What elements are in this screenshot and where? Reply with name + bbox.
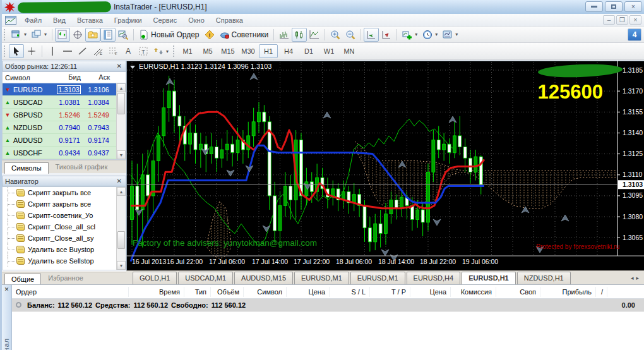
chart-tab-audusd-m15[interactable]: AUDUSD,M15 [234, 272, 293, 284]
arrows-tool-button[interactable]: ▾ [151, 44, 171, 58]
chevron-down-icon[interactable]: ▾ [166, 49, 169, 54]
navigator-script-item[interactable]: Скрипт_Close_all_scl [3, 221, 126, 232]
terminal-column-10[interactable]: Своп [496, 287, 540, 297]
balance-row[interactable]: Баланс: 112 560.12 Средства: 112 560.12 … [12, 299, 644, 311]
text-tool-button[interactable]: A [121, 44, 136, 58]
terminal-column-7[interactable]: T / P [370, 287, 410, 297]
auto-scroll-button[interactable] [364, 28, 379, 42]
new-chart-button[interactable]: ▾ [9, 28, 29, 42]
terminal-column-6[interactable]: S / L [330, 287, 370, 297]
market-watch-tab[interactable]: Тиковый график [49, 161, 115, 173]
navigator-script-item[interactable]: Скрипт закрыть все [3, 198, 126, 210]
close-icon[interactable]: ✕ [116, 178, 123, 184]
navigator-script-item[interactable]: Скрипт_Close_all_sy [3, 232, 126, 244]
trendline-tool-button[interactable] [75, 44, 90, 58]
menu-вид[interactable]: Вид [47, 15, 71, 25]
candle-chart-mode-button[interactable] [292, 28, 307, 42]
terminal-column-5[interactable]: Цена [287, 287, 330, 297]
menu-справка[interactable]: Справка [210, 15, 249, 25]
chart-tab-usdcad-m1[interactable]: USDCAD,M1 [178, 272, 233, 284]
timeframe-h1-button[interactable]: H1 [259, 44, 278, 58]
mdi-close-button[interactable]: × [629, 15, 641, 25]
chart-tab-eurusd-m1[interactable]: EURUSD,M1 [294, 272, 349, 284]
mdi-restore-button[interactable]: ❒ [616, 15, 628, 25]
toolbar-grip[interactable] [4, 29, 7, 40]
timeframe-d1-button[interactable]: D1 [299, 44, 318, 58]
restore-button[interactable] [605, 1, 623, 12]
market-watch-row-usdchf[interactable]: ▲USDCHF0.94340.9437 [3, 147, 126, 159]
title-bar[interactable]: InstaTrader - [EURUSD,H1] × [2, 0, 644, 14]
chart-tab-gold-h1[interactable]: GOLD,H1 [133, 272, 177, 284]
market-watch-columns[interactable]: Символ Бид Аск [3, 72, 126, 83]
price-chart[interactable]: 1.31851.31701.31551.31401.31251.31101.30… [126, 61, 644, 270]
toolbar-grip[interactable] [4, 45, 7, 57]
chevron-down-icon[interactable]: ▾ [455, 32, 458, 37]
market-watch-row-gbpusd[interactable]: ▼GBPUSD1.52461.5249 [3, 109, 126, 121]
market-watch-scrollbar[interactable]: ▲ ▼ [116, 83, 126, 159]
terminal-column-1[interactable]: Время [129, 287, 184, 297]
chart-tab-nzdusd-h1[interactable]: NZDUSD,H1 [517, 272, 571, 284]
menu-вставка[interactable]: Вставка [71, 15, 109, 25]
chevron-down-icon[interactable]: ▾ [415, 32, 417, 37]
timeframe-m15-button[interactable]: M15 [218, 44, 237, 58]
tab-scroll-arrows-icon[interactable]: ◂▸ [631, 275, 641, 281]
scroll-thumb[interactable] [117, 231, 125, 249]
terminal-toggle-button[interactable] [100, 28, 116, 42]
terminal-column-headers[interactable]: ОрдерВремяТипОбъёмСимволЦенаS / LT / PЦе… [12, 285, 644, 299]
market-watch-row-eurusd[interactable]: ▼EURUSD1.31031.3106 [3, 83, 126, 96]
navigator-tab[interactable]: Избранное [41, 272, 90, 284]
periods-button[interactable]: ▾ [420, 28, 440, 42]
navigator-scrollbar[interactable]: ▲ ▼ [116, 187, 126, 270]
market-watch-row-nzdusd[interactable]: ▲NZDUSD0.79400.7943 [3, 121, 126, 134]
terminal-column-8[interactable]: Цена [410, 287, 451, 297]
terminal-column-11[interactable]: Прибыль [540, 287, 596, 297]
navigator-header[interactable]: Навигатор ✕ [2, 176, 126, 186]
zoom-out-button[interactable] [343, 28, 358, 42]
chart-tab-eurusd-h1[interactable]: EURUSD,H1 [462, 272, 516, 285]
timeframe-m1-button[interactable]: M1 [178, 44, 197, 58]
navigator-toggle-button[interactable] [85, 28, 100, 42]
menu-сервис[interactable]: Сервис [148, 15, 183, 25]
fibo-tool-button[interactable]: F [105, 44, 121, 58]
chart-window-icon[interactable] [5, 16, 16, 25]
profiles-button[interactable]: ▾ [29, 28, 49, 42]
terminal-column-4[interactable]: Символ [244, 287, 287, 297]
scroll-down-icon[interactable]: ▼ [117, 150, 126, 159]
minimize-button[interactable] [585, 1, 603, 12]
market-watch-header[interactable]: Обзор рынка: 12:26:11 ✕ [2, 61, 126, 71]
market-watch-row-audusd[interactable]: ▲AUDUSD0.91710.9174 [3, 134, 126, 147]
hline-tool-button[interactable] [60, 44, 75, 58]
chevron-down-icon[interactable]: ▾ [24, 32, 27, 37]
scroll-down-icon[interactable]: ▼ [117, 261, 126, 270]
timeframe-m30-button[interactable]: M30 [239, 44, 258, 58]
chart-shift-button[interactable] [379, 28, 394, 42]
zoom-in-button[interactable] [328, 28, 343, 42]
expert-advisors-button[interactable]: Советники [217, 28, 271, 42]
toolbar-grip[interactable] [173, 45, 176, 57]
market-watch-row-usdcad[interactable]: ▲USDCAD1.03811.0384 [3, 96, 126, 109]
navigator-script-item[interactable]: Удалить все Sellstop [3, 255, 126, 267]
bar-chart-mode-button[interactable] [277, 28, 292, 42]
menu-файл[interactable]: Файл [19, 15, 47, 25]
terminal-column-9[interactable]: Комиссия [451, 287, 496, 297]
terminal-column-2[interactable]: Тип [184, 287, 211, 297]
vline-tool-button[interactable] [45, 44, 60, 58]
terminal-side-bar[interactable]: ✕ Терминал [2, 285, 12, 350]
chevron-down-icon[interactable]: ▾ [44, 32, 47, 37]
timeframe-mn-button[interactable]: MN [340, 44, 359, 58]
close-icon[interactable]: ✕ [116, 63, 123, 69]
cursor-tool-button[interactable] [9, 44, 24, 58]
timeframe-w1-button[interactable]: W1 [319, 44, 338, 58]
terminal-column-0[interactable]: Ордер [12, 287, 129, 297]
navigator-script-item[interactable]: Скрипт-советник_Уо [3, 210, 126, 221]
crosshair-tool-button[interactable] [24, 44, 39, 58]
scroll-up-icon[interactable]: ▲ [117, 83, 126, 92]
navigator-script-item[interactable]: Удалить все Buystop [3, 244, 126, 255]
chart-tab-eurusd-h4[interactable]: EURUSD,H4 [407, 272, 461, 284]
data-window-toggle-button[interactable] [70, 28, 85, 42]
menu-графики[interactable]: Графики [109, 15, 148, 25]
label-tool-button[interactable]: T [136, 44, 151, 58]
scroll-up-icon[interactable]: ▲ [117, 187, 126, 196]
new-order-button[interactable]: Новый Ордер [136, 28, 201, 42]
timeframe-m5-button[interactable]: M5 [198, 44, 217, 58]
